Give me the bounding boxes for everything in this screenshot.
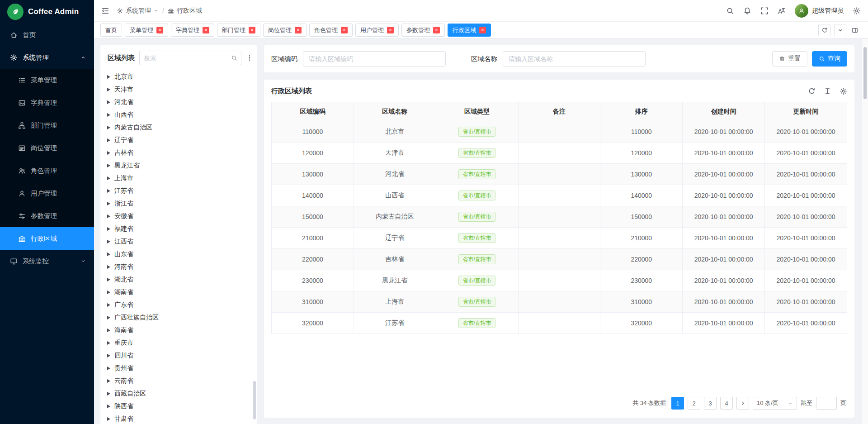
page-size-select[interactable]: 10 条/页: [753, 397, 797, 410]
refresh-icon[interactable]: [808, 87, 816, 95]
sidebar-item-parameter-management[interactable]: 参数管理: [0, 205, 94, 227]
table-row[interactable]: 230000 黑龙江省 省市/直辖市 230000 2020-10-01 00:…: [272, 270, 847, 291]
sidebar-group-system-management[interactable]: 系统管理: [0, 46, 94, 69]
sidebar-item-post-management[interactable]: 岗位管理: [0, 137, 94, 159]
collapse-sidebar-icon[interactable]: [101, 7, 109, 15]
tree-item[interactable]: 湖南省: [100, 286, 257, 299]
tree-item[interactable]: 山西省: [100, 109, 257, 121]
tab[interactable]: 字典管理 ×: [171, 24, 214, 37]
tree-item[interactable]: 甘肃省: [100, 413, 257, 424]
tabs-refresh-button[interactable]: [818, 24, 830, 36]
caret-right-icon[interactable]: [107, 417, 110, 421]
tab[interactable]: 首页 ×: [100, 24, 122, 37]
caret-right-icon[interactable]: [107, 316, 110, 319]
reset-button[interactable]: 重置: [772, 51, 807, 67]
table-row[interactable]: 310000 上海市 省市/直辖市 310000 2020-10-01 00:0…: [272, 291, 847, 313]
caret-right-icon[interactable]: [107, 151, 110, 155]
tree-item[interactable]: 江西省: [100, 235, 257, 248]
tree-item[interactable]: 天津市: [100, 83, 257, 96]
tab-close-icon[interactable]: ×: [479, 27, 486, 33]
page-number-button[interactable]: 4: [720, 397, 733, 410]
tab[interactable]: 菜单管理 ×: [125, 24, 168, 37]
tree-item[interactable]: 广西壮族自治区: [100, 311, 257, 324]
tree-scrollbar-thumb[interactable]: [253, 381, 256, 419]
caret-right-icon[interactable]: [107, 113, 110, 117]
tree-item[interactable]: 重庆市: [100, 337, 257, 349]
caret-right-icon[interactable]: [107, 176, 110, 180]
tab-close-icon[interactable]: ×: [156, 27, 163, 33]
sidebar-group-system-monitor[interactable]: 系统监控: [0, 250, 94, 272]
tree-item[interactable]: 四川省: [100, 349, 257, 362]
sidebar-item-home[interactable]: 首页: [0, 24, 94, 46]
page-number-button[interactable]: 3: [704, 397, 717, 410]
tree-item[interactable]: 西藏自治区: [100, 387, 257, 400]
tab[interactable]: 岗位管理 ×: [263, 24, 307, 37]
jump-page-input[interactable]: [816, 397, 837, 410]
table-row[interactable]: 220000 吉林省 省市/直辖市 220000 2020-10-01 00:0…: [272, 249, 847, 270]
caret-right-icon[interactable]: [107, 189, 110, 193]
translate-icon[interactable]: [778, 7, 786, 15]
caret-right-icon[interactable]: [107, 126, 110, 129]
page-scrollbar[interactable]: [862, 39, 868, 424]
caret-right-icon[interactable]: [107, 291, 110, 294]
tree-item[interactable]: 河北省: [100, 96, 257, 109]
sidebar-item-administrative-region[interactable]: 行政区域: [0, 227, 94, 250]
caret-right-icon[interactable]: [107, 75, 110, 79]
tree-item[interactable]: 云南省: [100, 375, 257, 387]
caret-right-icon[interactable]: [107, 265, 110, 269]
tab-close-icon[interactable]: ×: [387, 27, 394, 33]
sidebar-item-user-management[interactable]: 用户管理: [0, 182, 94, 205]
caret-right-icon[interactable]: [107, 379, 110, 383]
next-page-button[interactable]: [736, 397, 749, 410]
tree-item[interactable]: 辽宁省: [100, 134, 257, 147]
tree-item[interactable]: 河南省: [100, 261, 257, 273]
tree-item[interactable]: 吉林省: [100, 147, 257, 159]
column-settings-gear-icon[interactable]: [840, 87, 847, 95]
caret-right-icon[interactable]: [107, 240, 110, 243]
tab-close-icon[interactable]: ×: [433, 27, 440, 33]
sidebar-item-dictionary-management[interactable]: 字典管理: [0, 91, 94, 114]
table-row[interactable]: 130000 河北省 省市/直辖市 130000 2020-10-01 00:0…: [272, 164, 847, 185]
table-row[interactable]: 120000 天津市 省市/直辖市 120000 2020-10-01 00:0…: [272, 143, 847, 164]
sidebar-item-role-management[interactable]: 角色管理: [0, 159, 94, 182]
caret-right-icon[interactable]: [107, 303, 110, 307]
caret-right-icon[interactable]: [107, 392, 110, 395]
fullscreen-icon[interactable]: [760, 7, 769, 15]
tree-item[interactable]: 北京市: [100, 71, 257, 83]
table-row[interactable]: 320000 江苏省 省市/直辖市 320000 2020-10-01 00:0…: [272, 313, 847, 334]
tab[interactable]: 角色管理 ×: [309, 24, 353, 37]
caret-right-icon[interactable]: [107, 227, 110, 231]
tree-search-box[interactable]: [139, 51, 241, 65]
caret-right-icon[interactable]: [107, 252, 110, 256]
search-icon[interactable]: [726, 7, 734, 15]
tree-item[interactable]: 安徽省: [100, 210, 257, 223]
caret-right-icon[interactable]: [107, 341, 110, 345]
tab[interactable]: 参数管理 ×: [401, 24, 445, 37]
tree-item[interactable]: 广东省: [100, 299, 257, 311]
tabs-dropdown-button[interactable]: [834, 24, 846, 36]
sidebar-item-department-management[interactable]: 部门管理: [0, 114, 94, 137]
tab-close-icon[interactable]: ×: [341, 27, 348, 33]
row-height-icon[interactable]: [824, 87, 831, 95]
tab-close-icon[interactable]: ×: [295, 27, 302, 33]
tree-item[interactable]: 浙江省: [100, 197, 257, 210]
query-button[interactable]: 查询: [812, 51, 847, 67]
region-code-input[interactable]: [303, 51, 446, 67]
tree-item[interactable]: 山东省: [100, 248, 257, 261]
caret-right-icon[interactable]: [107, 164, 110, 167]
caret-right-icon[interactable]: [107, 214, 110, 218]
tree-search-input[interactable]: [144, 55, 231, 62]
tree-item[interactable]: 上海市: [100, 172, 257, 185]
caret-right-icon[interactable]: [107, 88, 110, 91]
user-menu[interactable]: 超级管理员: [795, 4, 844, 18]
settings-gear-icon[interactable]: [853, 7, 861, 15]
table-row[interactable]: 150000 内蒙古自治区 省市/直辖市 150000 2020-10-01 0…: [272, 206, 847, 228]
sidebar-item-menu-management[interactable]: 菜单管理: [0, 69, 94, 91]
tab-close-icon[interactable]: ×: [203, 27, 209, 33]
more-options-icon[interactable]: [246, 54, 253, 62]
caret-right-icon[interactable]: [107, 278, 110, 281]
tree-item[interactable]: 湖北省: [100, 273, 257, 286]
caret-right-icon[interactable]: [107, 354, 110, 357]
app-logo[interactable]: Coffee Admin: [0, 0, 94, 24]
page-number-button[interactable]: 1: [671, 397, 684, 410]
